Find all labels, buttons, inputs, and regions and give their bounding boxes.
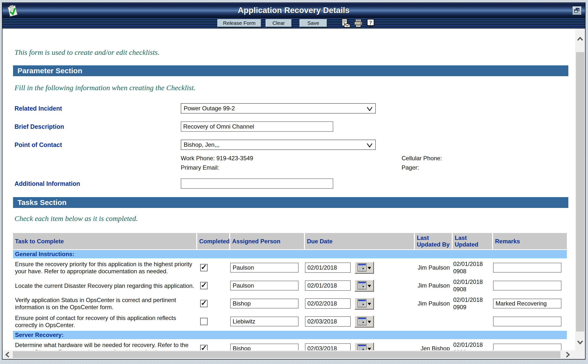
column-header-remarks: Remarks [493,233,567,249]
parameter-section-header: Parameter Section [13,65,568,76]
due-date-cell [305,277,414,294]
calendar-picker-button[interactable] [355,316,374,327]
completed-checkbox[interactable] [200,264,208,271]
form-body: This form is used to create and/or edit … [2,29,575,350]
save-button[interactable]: Save [300,19,327,27]
related-incident-label: Related Incident [13,105,181,112]
toolbar-icons: ? [341,18,375,28]
vertical-scrollbar[interactable] [575,29,585,359]
remarks-input[interactable] [493,263,561,273]
calendar-icon [358,281,366,290]
remarks-input[interactable] [493,281,561,291]
toolbar: Release Form Clear Save [2,18,585,29]
due-date-cell [305,340,414,350]
svg-text:?: ? [369,19,372,26]
calendar-picker-button[interactable] [355,343,374,350]
remarks-input[interactable] [493,299,561,308]
completed-checkbox[interactable] [200,282,208,289]
calendar-icon [358,263,366,272]
pager-text: Pager: [402,164,568,171]
horizontal-scroll-thumb[interactable] [13,351,560,358]
assigned-cell [230,340,304,350]
remarks-input[interactable] [493,344,561,350]
remarks-cell [493,277,567,294]
scroll-left-icon[interactable] [4,351,11,358]
scroll-right-icon[interactable] [564,351,571,358]
completed-cell [197,340,229,350]
point-of-contact-select[interactable]: Bishop, Jen,,, [181,140,376,150]
due-date-cell [305,295,414,312]
completed-cell [197,259,229,276]
completed-checkbox[interactable] [200,345,208,350]
brief-description-label: Brief Description [13,123,181,130]
completed-cell [197,313,229,330]
vertical-scroll-thumb[interactable] [576,52,584,332]
last-updated-by: Jen Bishop [415,340,452,350]
brief-description-input[interactable] [181,121,333,132]
contact-info: Work Phone: 919-423-3549 Cellular Phone:… [181,155,568,171]
related-incident-value: Power Outage 99-2 [181,105,235,112]
assigned-person-input[interactable] [230,317,299,326]
calendar-icon [358,317,366,326]
dropdown-arrow-icon [368,303,371,307]
assigned-person-input[interactable] [230,281,299,291]
horizontal-scrollbar[interactable] [2,350,575,359]
task-text: Locate the current Disaster Recovery pla… [13,277,196,294]
due-date-input[interactable] [305,280,351,291]
work-phone-text: Work Phone: 919-423-3549 [181,155,402,162]
task-text: Ensure point of contact for recovery of … [13,313,196,330]
column-header-due: Due Date [305,233,414,249]
due-date-cell [305,259,414,276]
column-header-assigned: Assigned Person [230,233,304,249]
last-updated-by: Jim Paulson [415,277,452,294]
release-form-button[interactable]: Release Form [217,19,261,27]
due-date-input[interactable] [305,262,351,273]
tasks-table: Task to Complete Completed Assigned Pers… [13,233,568,350]
column-header-updated-by: Last Updated By [415,233,452,249]
task-group-header: General Instructions: [13,250,567,258]
print-icon[interactable] [354,18,363,28]
clear-button[interactable]: Clear [266,19,292,27]
last-updated-by: Jim Paulson [415,259,452,276]
remarks-input[interactable] [493,317,561,326]
last-updated: 02/01/2018 0908 [453,259,492,276]
restore-icon [574,7,580,14]
forward-document-icon[interactable] [341,18,351,28]
calendar-picker-button[interactable] [355,298,374,309]
task-text: Ensure the recovery priority for this ap… [13,259,196,276]
task-text: Determine what hardware will be needed f… [13,340,196,350]
remarks-cell [493,295,567,312]
completed-checkbox[interactable] [200,318,208,325]
due-date-input[interactable] [305,343,351,350]
related-incident-select[interactable]: Power Outage 99-2 [181,103,376,114]
scroll-up-icon[interactable] [577,36,583,42]
assigned-cell [230,277,304,294]
scroll-down-icon[interactable] [577,339,583,345]
last-updated: 02/01/2018 0908 [453,277,492,294]
primary-email-text: Primary Email: [181,164,402,171]
calendar-picker-button[interactable] [355,262,374,274]
last-updated-by: Jim Paulson [415,295,452,312]
calendar-icon [358,299,366,308]
additional-information-input[interactable] [181,178,333,189]
assigned-person-input[interactable] [230,263,299,273]
completed-cell [197,295,229,312]
assigned-person-input[interactable] [230,344,299,350]
restore-window-button[interactable] [572,6,582,15]
dropdown-arrow-icon [368,267,371,271]
tasks-instruction: Check each item below as it is completed… [15,214,568,223]
title-bar: Application Recovery Details [2,3,585,18]
completed-cell [197,277,229,294]
assigned-person-input[interactable] [230,299,299,308]
due-date-input[interactable] [305,298,351,309]
parameter-instruction: Fill in the following information when c… [15,84,568,92]
last-updated-by [415,313,452,330]
point-of-contact-value: Bishop, Jen,,, [181,141,219,148]
calendar-picker-button[interactable] [355,280,374,291]
last-updated: 02/01/2018 0906 [453,340,492,350]
app-window: Application Recovery Details Release For… [2,2,586,360]
help-icon[interactable]: ? [366,18,375,28]
due-date-input[interactable] [305,316,351,327]
completed-checkbox[interactable] [200,300,208,307]
window-title: Application Recovery Details [2,3,585,18]
